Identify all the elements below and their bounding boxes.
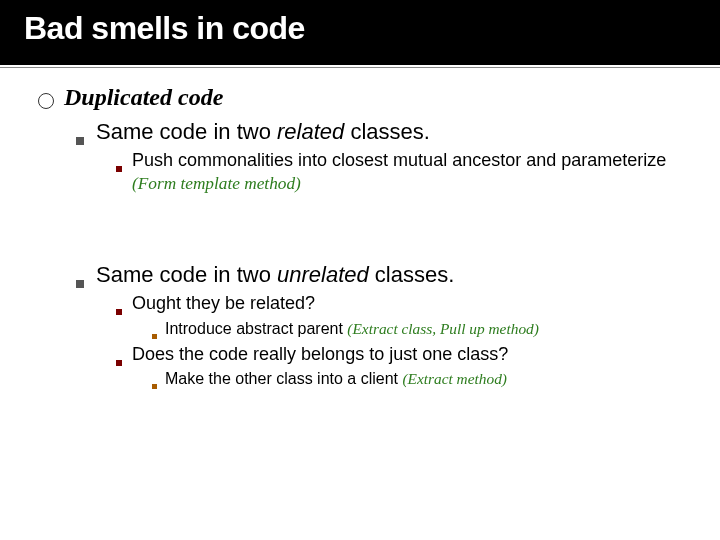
section2-point1: Ought they be related? bbox=[116, 292, 690, 315]
slide: Bad smells in code Duplicated code Same … bbox=[0, 0, 720, 540]
section2-point2: Does the code really belongs to just one… bbox=[116, 343, 690, 366]
square-bullet-icon bbox=[76, 280, 84, 288]
section2-point1-sub-text: Introduce abstract parent (Extract class… bbox=[165, 319, 539, 339]
text-fragment: Same code in two bbox=[96, 262, 277, 287]
section2-point1-text: Ought they be related? bbox=[132, 292, 315, 315]
heading-row: Duplicated code bbox=[38, 84, 690, 111]
spacer bbox=[30, 198, 690, 254]
refactor-label: (Extract method) bbox=[402, 370, 507, 387]
section2-point1-sub: Introduce abstract parent (Extract class… bbox=[152, 319, 690, 339]
text-fragment: Same code in two bbox=[96, 119, 277, 144]
section1-point1: Push commonalities into closest mutual a… bbox=[116, 149, 690, 194]
section2-point2-text: Does the code really belongs to just one… bbox=[132, 343, 508, 366]
section1-headline: Same code in two related classes. bbox=[76, 119, 690, 145]
emphasis-text: unrelated bbox=[277, 262, 369, 287]
small-square-bullet-icon bbox=[116, 166, 122, 172]
section2-point2-sub: Make the other class into a client (Extr… bbox=[152, 369, 690, 389]
title-bar: Bad smells in code bbox=[0, 0, 720, 65]
slide-content: Duplicated code Same code in two related… bbox=[0, 68, 720, 389]
emphasis-text: related bbox=[277, 119, 344, 144]
square-bullet-icon bbox=[76, 137, 84, 145]
tiny-square-bullet-icon bbox=[152, 334, 157, 339]
small-square-bullet-icon bbox=[116, 309, 122, 315]
text-fragment: Push commonalities into closest mutual a… bbox=[132, 150, 666, 170]
text-fragment: classes. bbox=[369, 262, 455, 287]
slide-title: Bad smells in code bbox=[24, 10, 305, 46]
section2-headline-text: Same code in two unrelated classes. bbox=[96, 262, 454, 288]
text-fragment: classes. bbox=[344, 119, 430, 144]
refactor-label: (Extract class, Pull up method) bbox=[347, 320, 539, 337]
text-fragment: Introduce abstract parent bbox=[165, 320, 347, 337]
text-fragment: Make the other class into a client bbox=[165, 370, 402, 387]
section1-point1-text: Push commonalities into closest mutual a… bbox=[132, 149, 666, 194]
section1-headline-text: Same code in two related classes. bbox=[96, 119, 430, 145]
section2-headline: Same code in two unrelated classes. bbox=[76, 262, 690, 288]
tiny-square-bullet-icon bbox=[152, 384, 157, 389]
heading-text: Duplicated code bbox=[64, 84, 223, 111]
section2-point2-sub-text: Make the other class into a client (Extr… bbox=[165, 369, 507, 389]
refactor-label: (Form template method) bbox=[132, 174, 301, 193]
small-square-bullet-icon bbox=[116, 360, 122, 366]
circle-bullet-icon bbox=[38, 93, 54, 109]
